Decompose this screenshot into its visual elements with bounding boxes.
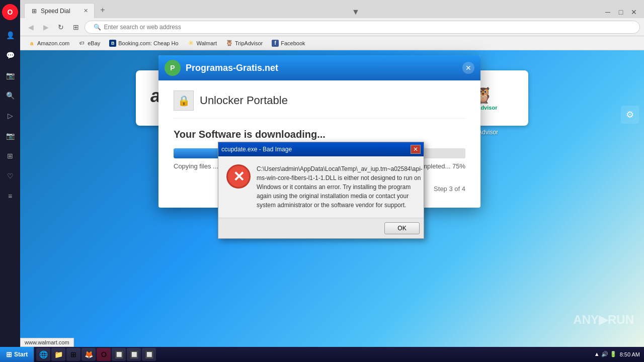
sidebar-icon-heart[interactable]: ♡ (2, 168, 18, 184)
pg-dialog-title: Programas-Gratis.net (186, 63, 457, 73)
sidebar-icon-search[interactable]: 🔍 (2, 87, 18, 104)
minimize-button[interactable]: ─ (602, 6, 614, 18)
taskbar-right: ▲ 🔊 🔋 8:50 AM (590, 351, 644, 358)
bi-close-button[interactable]: ✕ (411, 145, 421, 154)
pg-software-header: 🔒 Unlocker Portable (174, 90, 465, 119)
bi-error-icon: ✕ (226, 164, 251, 189)
pg-copying-text: Copying files ... (174, 162, 218, 170)
bi-body: ✕ C:\Users\admin\AppData\Local\Temp\_av_… (218, 156, 424, 218)
tab-favicon-icon: ⊞ (31, 8, 38, 15)
taskbar-app-opera[interactable]: O (97, 348, 111, 361)
start-button[interactable]: ⊞ Start (0, 347, 34, 362)
start-label: Start (14, 351, 28, 358)
taskbar-apps: 🌐 📁 ⊞ 🦊 O 🔲 🔲 🔲 (34, 348, 590, 361)
bi-title-bar: ccupdate.exe - Bad Image ✕ (218, 142, 424, 156)
bookmark-tripadvisor-label: TripAdvisor (235, 40, 263, 46)
sidebar: O 👤 💬 📷 🔍 ▷ 📷 ⊞ ♡ ≡ 🕐 (0, 0, 20, 362)
taskbar: ⊞ Start 🌐 📁 ⊞ 🦊 O 🔲 🔲 🔲 ▲ 🔊 🔋 8:50 AM (0, 347, 644, 362)
close-window-button[interactable]: ✕ (628, 6, 640, 18)
opera-logo[interactable]: O (2, 4, 18, 20)
tab-bar: ⊞ Speed Dial ✕ + ▼ ─ □ ✕ (20, 0, 644, 18)
bookmark-facebook-label: Facebook (281, 40, 305, 46)
bookmark-walmart-label: Walmart (197, 40, 217, 46)
taskbar-app-firefox[interactable]: 🦊 (82, 348, 96, 361)
pg-software-name: Unlocker Portable (200, 94, 288, 107)
forward-button[interactable]: ▶ (39, 21, 52, 34)
status-bar: www.walmart.com (20, 338, 74, 347)
sidebar-icon-grid[interactable]: ⊞ (2, 148, 18, 164)
status-url: www.walmart.com (25, 339, 69, 345)
taskbar-clock: 8:50 AM (620, 351, 640, 358)
refresh-button[interactable]: ↻ (54, 21, 67, 34)
taskbar-app-grid[interactable]: ⊞ (66, 348, 80, 361)
bookmark-ebay[interactable]: 🏷 eBay (74, 38, 104, 49)
bookmark-booking[interactable]: B Booking.com: Cheap Ho (105, 38, 182, 49)
bookmark-ebay-label: eBay (88, 40, 100, 46)
bookmark-tripadvisor[interactable]: 🦉 TripAdvisor (222, 38, 267, 49)
bi-dialog-title: ccupdate.exe - Bad Image (221, 146, 408, 153)
taskbar-notification-icons: ▲ 🔊 🔋 (594, 351, 617, 357)
back-button[interactable]: ◀ (24, 21, 37, 34)
anyrun-watermark: ANY▶RUN (573, 313, 634, 327)
bookmark-ebay-icon: 🏷 (78, 40, 86, 47)
anyrun-text: ANY▶RUN (573, 313, 634, 327)
sidebar-icon-clipboard[interactable]: ≡ (2, 188, 18, 204)
sidebar-icon-camera[interactable]: 📷 (2, 67, 18, 83)
taskbar-app-ie[interactable]: 🌐 (36, 348, 50, 361)
new-tab-button[interactable]: + (96, 3, 110, 17)
tab-strip-menu-button[interactable]: ▼ (350, 6, 362, 18)
bi-ok-button[interactable]: OK (384, 222, 420, 234)
bookmark-booking-label: Booking.com: Cheap Ho (118, 40, 178, 46)
taskbar-app-explorer[interactable]: 📁 (51, 348, 65, 361)
pg-close-button[interactable]: ✕ (462, 62, 474, 74)
bookmark-tripadvisor-icon: 🦉 (226, 40, 233, 47)
pg-logo: P (165, 60, 181, 76)
tab-speed-dial[interactable]: ⊞ Speed Dial ✕ (24, 3, 95, 18)
taskbar-app-app2[interactable]: 🔲 (127, 348, 141, 361)
maximize-button[interactable]: □ (615, 6, 627, 18)
bookmark-amazon-label: Amazon.com (37, 40, 69, 46)
bookmark-amazon[interactable]: a Amazon.com (24, 38, 73, 49)
browser-chrome: ⊞ Speed Dial ✕ + ▼ ─ □ ✕ ◀ ▶ ↻ ⊞ 🔍 a Ama… (20, 0, 644, 50)
tab-close-button[interactable]: ✕ (84, 8, 88, 14)
speed-dial-button[interactable]: ⊞ (69, 21, 83, 34)
bookmark-facebook[interactable]: f Facebook (268, 38, 309, 49)
bookmark-booking-icon: B (109, 40, 116, 47)
nav-bar: ◀ ▶ ↻ ⊞ 🔍 (20, 18, 644, 36)
pg-downloading-title: Your Software is downloading... (174, 129, 465, 140)
pg-title-bar: P Programas-Gratis.net ✕ (158, 55, 480, 80)
pg-software-icon: 🔒 (174, 90, 194, 111)
tab-title: Speed Dial (41, 8, 80, 15)
start-icon: ⊞ (6, 350, 12, 358)
address-bar[interactable]: 🔍 (85, 21, 640, 34)
bi-message-text: C:\Users\admin\AppData\Local\Temp\_av_iu… (257, 164, 423, 210)
sidebar-icon-messenger[interactable]: 💬 (2, 47, 18, 63)
sidebar-icon-profile[interactable]: 👤 (2, 27, 18, 43)
bookmark-facebook-icon: f (272, 40, 279, 47)
sidebar-icon-camera2[interactable]: 📷 (2, 128, 18, 144)
taskbar-app-app1[interactable]: 🔲 (112, 348, 126, 361)
bookmark-walmart[interactable]: ✳ Walmart (184, 38, 221, 49)
search-icon: 🔍 (91, 21, 104, 34)
settings-button[interactable]: ⚙ (621, 106, 639, 124)
sidebar-icon-home[interactable]: ▷ (2, 108, 18, 124)
taskbar-app-app3[interactable]: 🔲 (142, 348, 156, 361)
bi-footer: OK (218, 218, 424, 238)
bookmark-amazon-icon: a (28, 40, 35, 47)
bookmarks-bar: a Amazon.com 🏷 eBay B Booking.com: Cheap… (20, 36, 644, 50)
bookmark-walmart-icon: ✳ (188, 40, 195, 47)
bad-image-dialog: ccupdate.exe - Bad Image ✕ ✕ C:\Users\ad… (218, 142, 424, 239)
address-input[interactable] (104, 24, 633, 31)
